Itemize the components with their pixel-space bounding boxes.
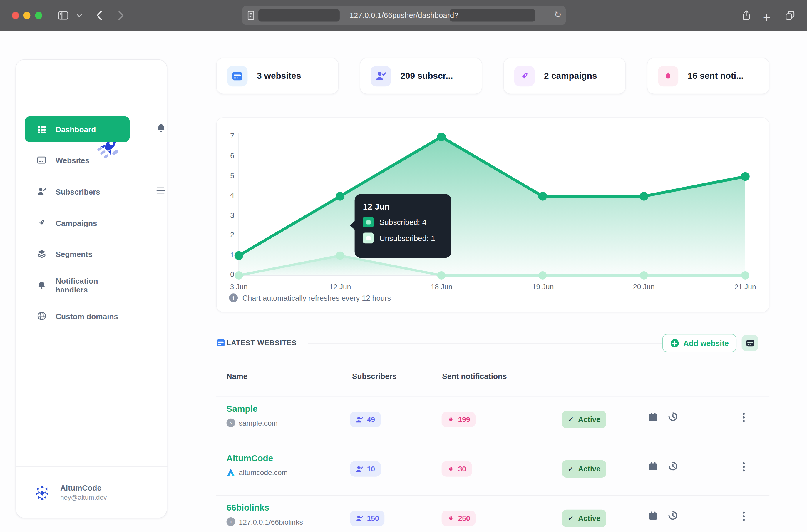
sidebar-item-dashboard[interactable]: Dashboard — [25, 116, 130, 142]
row-menu-kebab[interactable] — [740, 413, 747, 422]
x-axis-label: 21 Jun — [725, 283, 766, 291]
website-domain: › sample.com — [227, 419, 278, 428]
websites-list-button[interactable] — [742, 335, 758, 351]
sent-notifications-badge: 30 — [442, 461, 472, 477]
window-close-button[interactable] — [12, 12, 19, 19]
subscribers-badge: 150 — [350, 511, 385, 526]
sidebar-item-campaigns[interactable]: Campaigns — [25, 210, 130, 236]
history-icon[interactable] — [667, 411, 678, 422]
tab-overview-icon[interactable] — [784, 10, 796, 21]
stat-card-sent-notifications[interactable]: 16 sent noti... — [647, 58, 769, 94]
column-header-sent-notifications: Sent notifications — [442, 372, 507, 380]
user-profile[interactable]: AltumCode hey@altum.dev — [23, 472, 161, 513]
history-icon[interactable] — [667, 460, 678, 472]
divider — [16, 467, 168, 467]
stat-label: 16 sent noti... — [688, 71, 744, 81]
grid-icon — [37, 125, 46, 134]
rocket-icon — [37, 218, 46, 228]
website-name-link[interactable]: Sample — [227, 404, 258, 414]
window-minimize-button[interactable] — [23, 12, 31, 19]
url-text: 127.0.0.1/66pusher/dashboard? — [350, 12, 459, 20]
address-bar[interactable]: 127.0.0.1/66pusher/dashboard? ↻ — [242, 5, 566, 25]
calendar-icon[interactable] — [648, 412, 658, 422]
add-website-button[interactable]: Add website — [662, 334, 736, 352]
divider — [0, 31, 807, 32]
redacted-region — [450, 10, 535, 22]
browser-card-icon — [227, 65, 247, 86]
sidebar: Dashboard Websites Subscribers Campaigns — [16, 59, 168, 518]
sidebar-item-label: Custom domains — [56, 311, 118, 320]
browser-card-icon — [216, 338, 226, 348]
unsubscribed-swatch — [363, 233, 374, 244]
tooltip-date: 12 Jun — [363, 202, 443, 212]
sent-notifications-badge: 199 — [442, 412, 476, 428]
website-name-link[interactable]: 66biolinks — [227, 503, 269, 513]
calendar-icon[interactable] — [648, 511, 658, 521]
x-axis-label: 19 Jun — [522, 283, 564, 291]
user-check-icon — [37, 187, 46, 196]
sidebar-toggle-icon[interactable] — [58, 10, 69, 21]
subscribers-badge: 10 — [350, 461, 381, 477]
divider — [308, 343, 673, 344]
sidebar-item-label: Segments — [56, 249, 93, 258]
x-axis-label: 12 Jun — [320, 283, 361, 291]
stat-label: 2 campaigns — [544, 71, 597, 81]
website-domain: altumcode.com — [227, 468, 288, 477]
reader-view-icon[interactable] — [247, 10, 255, 21]
status-badge: ✓ Active — [562, 411, 606, 429]
altumcode-favicon — [227, 468, 235, 477]
subscribers-chart-card: 7 6 5 4 3 2 1 0 — [216, 117, 770, 312]
sidebar-item-notification-handlers[interactable]: Notification handlers — [25, 272, 130, 298]
bell-icon — [37, 280, 46, 290]
browser-card-icon — [37, 155, 46, 165]
latest-websites-header: LATEST WEBSITES Add website — [216, 334, 770, 353]
user-email: hey@altum.dev — [60, 494, 107, 501]
stat-label: 209 subscr... — [400, 71, 453, 81]
history-icon[interactable] — [667, 510, 678, 521]
latest-websites-table: Name Subscribers Sent notifications Samp… — [216, 360, 770, 532]
column-header-subscribers: Subscribers — [352, 372, 397, 380]
calendar-icon[interactable] — [648, 461, 658, 472]
info-icon: i — [229, 293, 238, 302]
justify-list-icon[interactable] — [156, 187, 166, 194]
section-title: LATEST WEBSITES — [227, 339, 297, 347]
sidebar-item-subscribers[interactable]: Subscribers — [25, 179, 130, 205]
check-icon: ✓ — [568, 415, 574, 423]
x-axis-label: 20 Jun — [623, 283, 665, 291]
sidebar-item-custom-domains[interactable]: Custom domains — [25, 303, 130, 329]
redacted-region — [258, 10, 340, 22]
check-icon: ✓ — [568, 465, 574, 473]
layers-icon — [37, 249, 46, 259]
website-domain: › 127.0.0.1/66biolinks — [227, 517, 303, 526]
window-zoom-button[interactable] — [35, 12, 42, 19]
sidebar-item-label: Campaigns — [56, 218, 97, 227]
chevron-down-icon[interactable] — [76, 13, 82, 18]
area-chart — [227, 124, 757, 294]
x-axis-label: 18 Jun — [421, 283, 462, 291]
flame-icon — [658, 65, 678, 86]
divider — [216, 446, 770, 446]
sidebar-item-label: Notification handlers — [56, 276, 130, 294]
stat-card-websites[interactable]: 3 websites — [216, 58, 339, 94]
website-name-link[interactable]: AltumCode — [227, 454, 273, 464]
chart-refresh-note: i Chart automatically refreshes every 12… — [229, 293, 391, 302]
chart-tooltip: 12 Jun Subscribed: 4 Unsubscribed: 1 — [355, 194, 451, 258]
sidebar-item-websites[interactable]: Websites — [25, 147, 130, 173]
sidebar-item-segments[interactable]: Segments — [25, 241, 130, 267]
row-menu-kebab[interactable] — [740, 512, 747, 521]
user-check-icon — [370, 65, 391, 86]
bell-icon[interactable] — [156, 123, 166, 133]
new-tab-icon[interactable]: + — [763, 10, 771, 25]
stat-card-campaigns[interactable]: 2 campaigns — [503, 58, 626, 94]
forward-button[interactable] — [116, 10, 126, 21]
share-icon[interactable] — [741, 10, 751, 22]
divider — [216, 495, 770, 496]
row-menu-kebab[interactable] — [740, 462, 747, 472]
sidebar-item-label: Websites — [56, 156, 89, 165]
chevron-right-icon: › — [227, 419, 235, 428]
stat-card-subscribers[interactable]: 209 subscr... — [360, 58, 482, 94]
column-header-name: Name — [227, 372, 248, 380]
back-button[interactable] — [95, 10, 104, 21]
chevron-right-icon: › — [227, 517, 235, 526]
reload-icon[interactable]: ↻ — [554, 10, 562, 20]
